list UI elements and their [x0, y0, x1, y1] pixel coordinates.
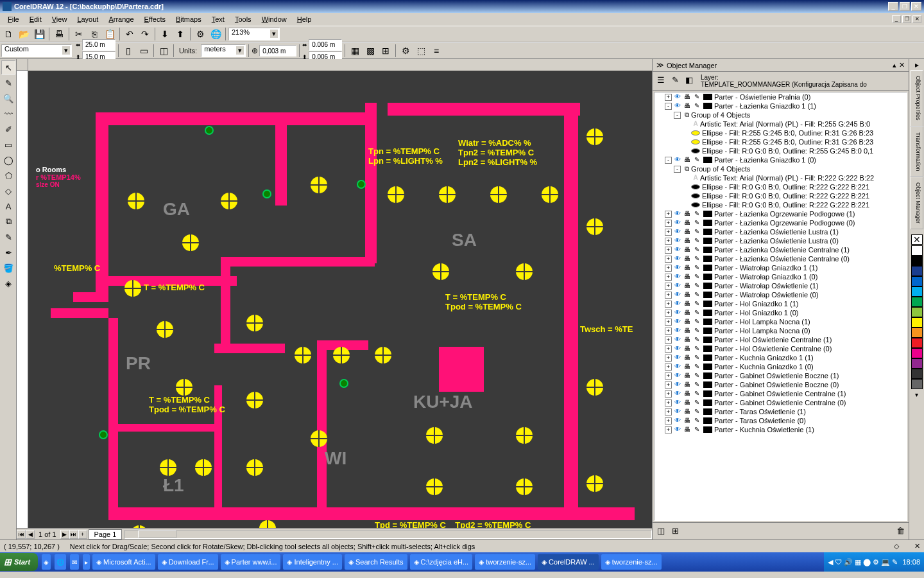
tree-expand[interactable]: +	[665, 292, 672, 299]
edit-icon[interactable]: ✎	[692, 102, 701, 110]
smart-draw-tool[interactable]: ✐	[1, 122, 15, 136]
menu-effects[interactable]: Effects	[139, 14, 171, 24]
edit-icon[interactable]: ✎	[692, 417, 701, 425]
eye-icon[interactable]: 👁	[673, 264, 682, 272]
tree-expand[interactable]: +	[665, 372, 672, 380]
tree-item[interactable]: +👁🖶✎Parter - Hol Gniazdko 1 (0)	[654, 308, 907, 317]
tree-expand[interactable]: +	[665, 211, 672, 218]
edit-icon[interactable]: ✎	[692, 327, 701, 335]
eye-icon[interactable]: 👁	[673, 291, 682, 299]
tray-icon[interactable]: 🔊	[844, 558, 853, 566]
tree-expand[interactable]: +	[665, 363, 672, 371]
ql-1[interactable]: ◈	[42, 554, 51, 570]
export-button[interactable]: ⬆	[173, 27, 187, 41]
menu-view[interactable]: View	[47, 14, 73, 24]
tree-item[interactable]: +👁🖶✎Parter - Łazienka Ogrzewanie Podłogo…	[654, 209, 907, 218]
tray-icon[interactable]: ◀	[828, 558, 833, 566]
eye-icon[interactable]: 👁	[673, 327, 682, 335]
task-button[interactable]: ◈C:\zdjęcia eH...	[410, 554, 473, 570]
color-swatch[interactable]	[911, 245, 923, 256]
tree-expand[interactable]: -	[674, 166, 681, 173]
object-tree[interactable]: +👁🖶✎Parter - Oświetlenie Pralnia (0)-👁🖶✎…	[654, 92, 907, 521]
task-button[interactable]: ◈CorelDRAW ...	[538, 554, 599, 570]
basic-shapes-tool[interactable]: ◇	[1, 184, 15, 198]
task-button[interactable]: ◈tworzenie-sz...	[475, 554, 535, 570]
paper-combo[interactable]: Custom	[1, 44, 72, 57]
tree-item[interactable]: +👁🖶✎Parter - Wiatrołap Gniazdko 1 (1)	[654, 263, 907, 272]
edit-icon[interactable]: ✎	[692, 381, 701, 389]
menu-tools[interactable]: Tools	[230, 14, 257, 24]
units-combo[interactable]: meters	[201, 44, 246, 57]
tree-item[interactable]: Ellipse - Fill: R:255 G:245 B:0, Outline…	[654, 137, 907, 146]
outline-tool[interactable]: ✒	[1, 245, 15, 259]
eye-icon[interactable]: 👁	[673, 102, 682, 110]
task-button[interactable]: ◈tworzenie-sz...	[601, 554, 662, 570]
print-icon[interactable]: 🖶	[683, 426, 692, 434]
print-icon[interactable]: 🖶	[683, 390, 692, 398]
print-icon[interactable]: 🖶	[683, 291, 692, 299]
dynamic-button[interactable]: ≡	[429, 44, 443, 58]
task-button[interactable]: ◈Parter www.i...	[221, 554, 281, 570]
tree-item[interactable]: A Artistic Text: Arial (Normal) (PL) - F…	[654, 119, 907, 128]
eye-icon[interactable]: 👁	[673, 408, 682, 416]
tree-item[interactable]: +👁🖶✎Parter - Gabinet Oświetlenie Central…	[654, 389, 907, 398]
edit-icon[interactable]: ✎	[692, 237, 701, 245]
page-nav-1[interactable]: ◀	[26, 530, 35, 539]
blend-tool[interactable]: ⧉	[1, 215, 15, 229]
eye-icon[interactable]: 👁	[673, 381, 682, 389]
eye-icon[interactable]: 👁	[673, 399, 682, 407]
docker-tab[interactable]: Object Properties	[911, 70, 923, 127]
mdi-restore[interactable]: ❐	[902, 15, 911, 23]
tree-item[interactable]: +👁🖶✎Parter - Wiatrołap Oświetlenie (0)	[654, 290, 907, 299]
print-icon[interactable]: 🖶	[683, 309, 692, 317]
menu-layout[interactable]: Layout	[72, 14, 103, 24]
print-icon[interactable]: 🖶	[683, 327, 692, 335]
ruler-corner[interactable]	[17, 59, 28, 71]
color-swatch[interactable]	[911, 317, 923, 328]
print-icon[interactable]: 🖶	[683, 417, 692, 425]
color-swatch[interactable]	[911, 379, 923, 389]
tree-item[interactable]: +👁🖶✎Parter - Kuchnia Oświetlenie (1)	[654, 425, 907, 434]
new-layer-button[interactable]: ◫	[654, 525, 667, 538]
treat-button[interactable]: ⬚	[414, 44, 428, 58]
flyout-icon[interactable]: ▸	[915, 60, 919, 69]
tree-expand[interactable]: +	[665, 229, 672, 236]
maximize-button[interactable]: ❐	[900, 2, 910, 11]
edit-icon[interactable]: ✎	[692, 219, 701, 227]
zoom-combo[interactable]: 213%	[228, 28, 280, 40]
undo-button[interactable]: ↶	[123, 27, 137, 41]
docker-tab[interactable]: Object Manager	[911, 177, 923, 229]
tree-expand[interactable]: +	[665, 283, 672, 290]
tree-expand[interactable]: +	[665, 328, 672, 335]
print-icon[interactable]: 🖶	[683, 93, 692, 101]
color-swatch[interactable]	[911, 286, 923, 297]
layer-manager-button[interactable]: ◧	[683, 74, 696, 87]
ql-4[interactable]: ▸	[83, 554, 90, 570]
task-button[interactable]: ◈Inteligentny ...	[283, 554, 342, 570]
start-button[interactable]: ⊞Start	[0, 553, 38, 571]
print-icon[interactable]: 🖶	[683, 354, 692, 362]
menu-window[interactable]: Window	[257, 14, 292, 24]
page-last[interactable]: ⏭	[69, 530, 78, 539]
menu-help[interactable]: Help	[292, 14, 317, 24]
drawing-canvas[interactable]: GA SA PR WI Ł1 KU+JA r %TEMP14% slze ON …	[28, 71, 652, 528]
text-tool[interactable]: A	[1, 199, 15, 213]
eye-icon[interactable]: 👁	[673, 228, 682, 236]
eye-icon[interactable]: 👁	[673, 354, 682, 362]
tree-expand[interactable]: +	[665, 256, 672, 263]
tree-item[interactable]: +👁🖶✎Parter - Łazienka Oświetlenie Lustra…	[654, 236, 907, 245]
eye-icon[interactable]: 👁	[673, 417, 682, 425]
eye-icon[interactable]: 👁	[673, 237, 682, 245]
task-button[interactable]: ◈Download Fr...	[158, 554, 218, 570]
edit-icon[interactable]: ✎	[692, 426, 701, 434]
tree-expand[interactable]: +	[665, 381, 672, 389]
landscape-button[interactable]: ▭	[137, 44, 151, 58]
edit-icon[interactable]: ✎	[692, 399, 701, 407]
tree-item[interactable]: +👁🖶✎Parter - Łazienka Oświetlenie Centra…	[654, 254, 907, 263]
tree-item[interactable]: Ellipse - Fill: R:0 G:0 B:0, Outline: R:…	[654, 200, 907, 209]
page-tab-1[interactable]: Page 1	[89, 529, 123, 539]
color-swatch[interactable]	[911, 297, 923, 307]
page-width-input[interactable]	[82, 39, 116, 51]
color-swatch[interactable]	[911, 307, 923, 317]
zoom-tool[interactable]: 🔍	[1, 91, 15, 105]
